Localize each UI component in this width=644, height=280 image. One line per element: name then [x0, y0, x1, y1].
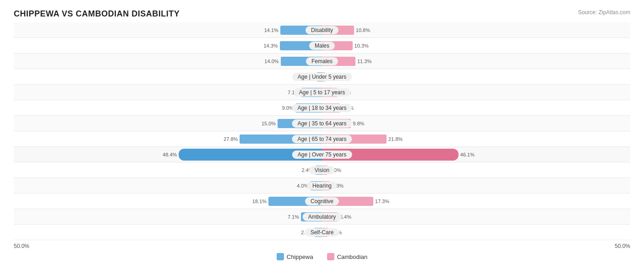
right-section: 2.0% [322, 162, 630, 178]
left-value: 15.0% [260, 121, 276, 126]
left-section: 9.0% [14, 100, 322, 115]
chart-row: 18.1% Cognitive 17.3% [14, 194, 630, 209]
right-section: 5.3% [322, 85, 630, 100]
chippewa-legend-label: Chippewa [287, 253, 313, 260]
right-section: 17.3% [322, 194, 630, 209]
legend-chippewa: Chippewa [277, 253, 313, 260]
chart-row: 4.0% Hearing 2.8% [14, 178, 630, 194]
right-value: 17.3% [375, 199, 391, 204]
left-section: 4.0% [14, 178, 322, 193]
left-section: 1.9% [14, 69, 322, 84]
left-section: 7.1% [14, 209, 322, 224]
left-section: 14.3% [14, 38, 322, 53]
chart-row: 48.4% Age | Over 75 years 46.1% [14, 147, 630, 162]
page-title: CHIPPEWA VS CAMBODIAN DISABILITY [14, 9, 180, 19]
left-section: 7.1% [14, 85, 322, 100]
center-label: Ambulatory [303, 213, 342, 221]
right-section: 6.2% [322, 100, 630, 115]
right-section: 10.3% [322, 38, 630, 53]
right-value: 46.1% [460, 152, 476, 157]
center-label: Vision [309, 166, 335, 174]
chart-row: 2.6% Self-Care 2.2% [14, 225, 630, 240]
center-label: Cognitive [305, 197, 339, 205]
axis-left: 50.0% [14, 243, 29, 249]
left-section: 18.1% [14, 194, 322, 209]
left-value: 27.8% [222, 136, 238, 142]
right-section: 1.2% [322, 69, 630, 84]
chart-row: 27.8% Age | 65 to 74 years 21.8% [14, 131, 630, 147]
center-label: Self-Care [305, 228, 339, 237]
left-value: 7.1% [283, 214, 299, 220]
left-value: 14.0% [263, 59, 279, 64]
right-section: 21.8% [322, 131, 630, 146]
left-value: 18.1% [251, 199, 267, 204]
legend: Chippewa Cambodian [14, 253, 630, 260]
chart-row: 7.1% Ambulatory 5.4% [14, 209, 630, 225]
center-label: Females [306, 57, 338, 65]
center-label: Age | Under 5 years [292, 73, 352, 81]
center-label: Disability [306, 26, 338, 34]
right-section: 9.8% [322, 116, 630, 131]
legend-cambodian: Cambodian [327, 253, 368, 260]
chart-row: 1.9% Age | Under 5 years 1.2% [14, 69, 630, 85]
axis-row: 50.0% 50.0% [14, 240, 630, 250]
chippewa-legend-box [277, 253, 284, 260]
chart-row: 14.0% Females 11.3% [14, 54, 630, 69]
chart-row: 14.3% Males 10.3% [14, 38, 630, 54]
left-value: 9.0% [278, 105, 294, 111]
right-value: 5.4% [340, 214, 356, 220]
right-section: 10.8% [322, 22, 630, 38]
left-section: 27.8% [14, 131, 322, 146]
left-value: 4.0% [292, 183, 308, 188]
left-value: 14.3% [262, 43, 278, 48]
right-section: 11.3% [322, 54, 630, 69]
chart-row: 9.0% Age | 18 to 34 years 6.2% [14, 100, 630, 116]
left-section: 48.4% [14, 147, 322, 162]
center-label: Hearing [307, 182, 337, 190]
chart-row: 2.4% Vision 2.0% [14, 162, 630, 178]
right-value: 10.3% [355, 43, 371, 48]
right-value: 21.8% [388, 136, 404, 142]
chart-row: 7.1% Age | 5 to 17 years 5.3% [14, 85, 630, 100]
right-section: 46.1% [322, 147, 630, 162]
chart-row: 15.0% Age | 35 to 64 years 9.8% [14, 116, 630, 131]
left-value: 48.4% [161, 152, 177, 157]
right-value: 11.3% [357, 59, 373, 64]
cambodian-legend-box [327, 253, 334, 260]
center-label: Age | 65 to 74 years [292, 135, 352, 143]
center-label: Age | 35 to 64 years [292, 119, 352, 128]
center-label: Age | 5 to 17 years [294, 88, 351, 97]
axis-right: 50.0% [615, 243, 630, 249]
left-section: 2.4% [14, 162, 322, 178]
center-label: Males [309, 42, 335, 50]
left-value: 14.1% [262, 27, 278, 33]
center-label: Age | 18 to 34 years [292, 104, 352, 112]
left-section: 15.0% [14, 116, 322, 131]
chart-container: 14.1% Disability 10.8% 14.3% Males 10.3%… [14, 22, 630, 260]
right-section: 2.8% [322, 178, 630, 193]
right-section: 2.2% [322, 225, 630, 240]
right-section: 5.4% [322, 209, 630, 224]
left-section: 14.1% [14, 22, 322, 38]
left-section: 14.0% [14, 54, 322, 69]
left-section: 2.6% [14, 225, 322, 240]
chart-row: 14.1% Disability 10.8% [14, 22, 630, 38]
cambodian-legend-label: Cambodian [337, 253, 368, 260]
source-label: Source: ZipAtlas.com [578, 9, 630, 16]
right-value: 10.8% [356, 27, 372, 33]
center-label: Age | Over 75 years [292, 151, 352, 159]
right-value: 9.8% [353, 121, 369, 126]
